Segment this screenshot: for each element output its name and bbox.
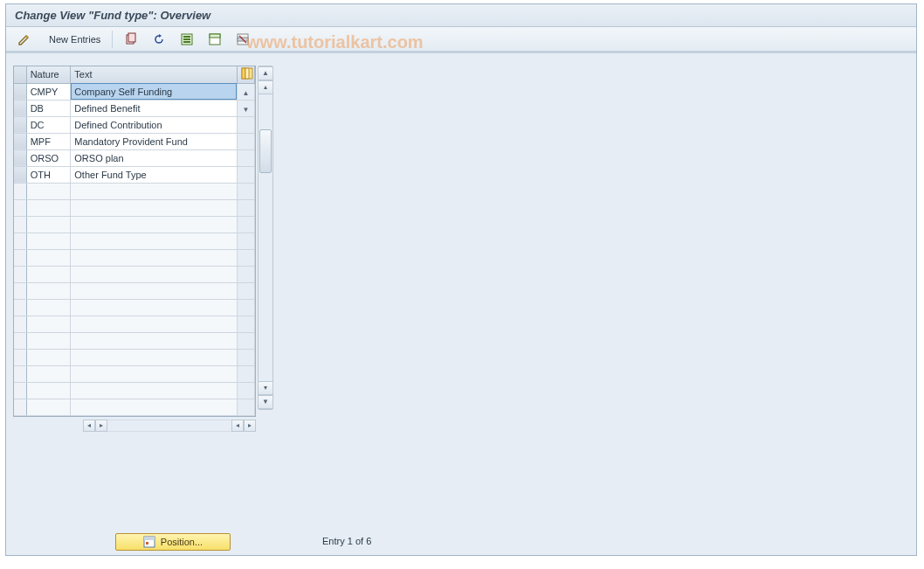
cell-text[interactable] (71, 399, 237, 415)
cell-text[interactable]: Defined Benefit (71, 100, 237, 116)
cell-text[interactable]: Other Fund Type (71, 166, 237, 183)
row-selector[interactable] (14, 282, 26, 299)
row-selector[interactable] (14, 399, 26, 415)
cell-nature[interactable] (26, 365, 71, 382)
column-header-nature[interactable]: Nature (26, 66, 71, 83)
cell-text[interactable]: Mandatory Provident Fund (71, 133, 237, 149)
row-selector[interactable] (14, 199, 26, 216)
cell-nature[interactable]: CMPY (26, 83, 71, 100)
table-row[interactable] (14, 282, 255, 299)
cell-nature[interactable]: OTH (26, 166, 71, 183)
table-row[interactable] (14, 316, 255, 332)
table-row[interactable] (14, 299, 255, 316)
scroll-right-button[interactable]: ▸ (244, 420, 256, 432)
table-row[interactable]: ORSOORSO plan (14, 149, 255, 166)
cell-nature[interactable] (26, 232, 71, 249)
scroll-line-left-button[interactable]: ▸ (95, 420, 107, 432)
row-selector[interactable] (14, 100, 26, 116)
cell-text[interactable] (71, 332, 237, 349)
cell-text[interactable] (71, 299, 237, 316)
cell-text[interactable]: ORSO plan (71, 149, 237, 166)
row-selector[interactable] (14, 365, 26, 382)
row-selector[interactable] (14, 149, 26, 166)
deselect-all-button[interactable] (203, 30, 226, 49)
scroll-line-up-button[interactable]: ▴ (259, 80, 272, 94)
table-row[interactable] (14, 232, 255, 249)
cell-text[interactable] (71, 266, 237, 282)
select-all-button[interactable] (176, 30, 198, 49)
delete-button[interactable] (231, 30, 254, 49)
table-row[interactable]: DCDefined Contribution (14, 116, 255, 133)
scroll-line-right-button[interactable]: ◂ (231, 420, 244, 432)
scroll-track[interactable] (259, 94, 272, 381)
table-row[interactable] (14, 216, 255, 232)
row-selector[interactable] (14, 133, 26, 149)
cell-nature[interactable]: MPF (26, 133, 71, 149)
cell-text[interactable] (71, 183, 237, 199)
cell-text[interactable] (71, 216, 237, 232)
hscroll-track[interactable] (107, 420, 231, 432)
scroll-up-button[interactable]: ▲ (259, 66, 272, 80)
horizontal-scrollbar[interactable]: ◂ ▸ ◂ ▸ (13, 419, 256, 433)
table-row[interactable]: MPFMandatory Provident Fund (14, 133, 255, 149)
cell-nature[interactable] (26, 299, 71, 316)
cell-nature[interactable] (26, 282, 71, 299)
cell-nature[interactable] (26, 332, 71, 349)
row-selector[interactable] (14, 216, 26, 232)
cell-nature[interactable]: ORSO (26, 149, 71, 166)
position-button[interactable]: Position... (115, 533, 231, 551)
cell-text[interactable] (71, 316, 237, 332)
table-row[interactable] (14, 382, 255, 399)
row-selector[interactable] (14, 349, 26, 365)
copy-as-button[interactable] (120, 30, 142, 49)
table-row[interactable]: OTHOther Fund Type (14, 166, 255, 183)
cell-nature[interactable] (26, 382, 71, 399)
cell-text[interactable]: Defined Contribution (71, 116, 237, 133)
cell-text[interactable] (71, 349, 237, 365)
table-row[interactable] (14, 183, 255, 199)
column-header-text[interactable]: Text (71, 66, 237, 83)
scroll-left-button[interactable]: ◂ (83, 420, 95, 432)
undo-button[interactable] (148, 30, 170, 49)
toggle-change-button[interactable] (13, 30, 36, 49)
row-selector[interactable] (14, 83, 26, 100)
fund-type-table[interactable]: Nature Text CMPYCompany Self Fu (14, 66, 255, 416)
table-row[interactable] (14, 349, 255, 365)
cell-text[interactable] (71, 282, 237, 299)
cell-nature[interactable] (26, 399, 71, 415)
row-selector[interactable] (14, 166, 26, 183)
cell-text[interactable] (71, 199, 237, 216)
row-selector[interactable] (14, 183, 26, 199)
cell-nature[interactable]: DB (26, 100, 71, 116)
row-selector[interactable] (14, 299, 26, 316)
scroll-thumb[interactable] (259, 129, 272, 173)
cell-nature[interactable] (26, 216, 71, 232)
cell-nature[interactable] (26, 249, 71, 266)
cell-nature[interactable]: DC (26, 116, 71, 133)
table-row[interactable] (14, 332, 255, 349)
new-entries-button[interactable]: New Entries (41, 30, 105, 49)
cell-text[interactable]: Company Self Funding (71, 83, 237, 100)
cell-text[interactable] (71, 382, 237, 399)
row-selector[interactable] (14, 249, 26, 266)
cell-nature[interactable] (26, 266, 71, 282)
row-selector[interactable] (14, 332, 26, 349)
cell-nature[interactable] (26, 349, 71, 365)
cell-text[interactable] (71, 249, 237, 266)
table-row[interactable] (14, 199, 255, 216)
scroll-down-button[interactable]: ▼ (259, 395, 272, 409)
configure-columns-button[interactable] (237, 66, 254, 83)
scroll-line-down-button[interactable]: ▾ (259, 381, 272, 395)
table-row[interactable] (14, 399, 255, 415)
cell-nature[interactable] (26, 183, 71, 199)
row-select-header[interactable] (14, 66, 26, 83)
table-row[interactable] (14, 249, 255, 266)
row-selector[interactable] (14, 116, 26, 133)
cell-nature[interactable] (26, 316, 71, 332)
table-row[interactable] (14, 365, 255, 382)
row-selector[interactable] (14, 316, 26, 332)
row-selector[interactable] (14, 382, 26, 399)
row-selector[interactable] (14, 266, 26, 282)
row-selector[interactable] (14, 232, 26, 249)
table-row[interactable]: DBDefined Benefit▼ (14, 100, 255, 116)
